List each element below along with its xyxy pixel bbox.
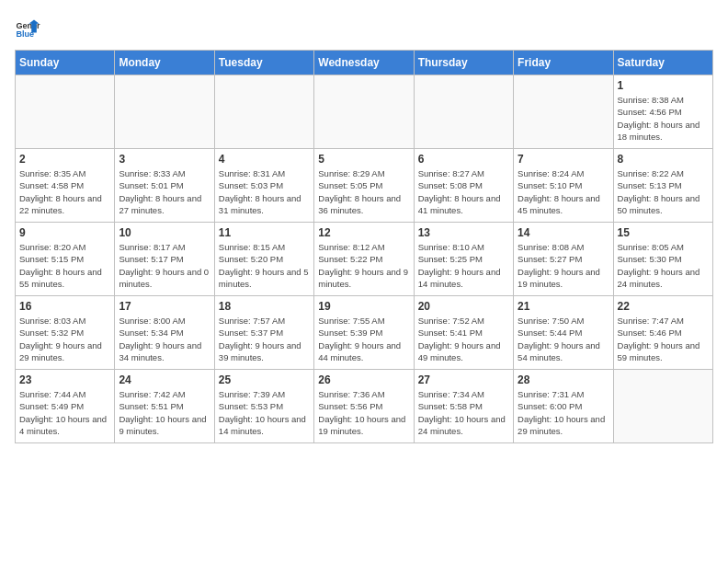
day-number: 8 <box>618 153 709 166</box>
day-cell: 16Sunrise: 8:03 AM Sunset: 5:32 PM Dayli… <box>16 296 115 370</box>
day-info: Sunrise: 8:29 AM Sunset: 5:05 PM Dayligh… <box>318 167 409 216</box>
day-number: 20 <box>418 300 509 313</box>
day-cell: 21Sunrise: 7:50 AM Sunset: 5:44 PM Dayli… <box>514 296 613 370</box>
day-info: Sunrise: 8:05 AM Sunset: 5:30 PM Dayligh… <box>618 241 709 290</box>
day-info: Sunrise: 8:24 AM Sunset: 5:10 PM Dayligh… <box>518 167 609 216</box>
day-number: 9 <box>19 226 110 239</box>
day-number: 15 <box>618 226 709 239</box>
day-number: 13 <box>418 226 509 239</box>
day-cell: 27Sunrise: 7:34 AM Sunset: 5:58 PM Dayli… <box>414 370 513 443</box>
day-info: Sunrise: 7:52 AM Sunset: 5:41 PM Dayligh… <box>418 315 509 363</box>
day-info: Sunrise: 7:34 AM Sunset: 5:58 PM Dayligh… <box>418 388 509 437</box>
day-info: Sunrise: 8:38 AM Sunset: 4:56 PM Dayligh… <box>618 94 709 143</box>
header: General Blue <box>15 15 713 40</box>
day-number: 24 <box>119 373 210 386</box>
day-number: 14 <box>518 226 609 239</box>
day-info: Sunrise: 7:50 AM Sunset: 5:44 PM Dayligh… <box>518 315 609 363</box>
day-number: 22 <box>618 300 709 313</box>
day-cell: 28Sunrise: 7:31 AM Sunset: 6:00 PM Dayli… <box>514 370 613 443</box>
day-info: Sunrise: 8:35 AM Sunset: 4:58 PM Dayligh… <box>19 167 110 216</box>
day-number: 5 <box>318 153 409 166</box>
day-cell: 10Sunrise: 8:17 AM Sunset: 5:17 PM Dayli… <box>115 223 214 296</box>
day-info: Sunrise: 8:27 AM Sunset: 5:08 PM Dayligh… <box>418 167 509 216</box>
day-cell <box>16 75 115 149</box>
day-number: 6 <box>418 153 509 166</box>
day-cell: 20Sunrise: 7:52 AM Sunset: 5:41 PM Dayli… <box>414 296 513 370</box>
day-cell: 22Sunrise: 7:47 AM Sunset: 5:46 PM Dayli… <box>613 296 712 370</box>
day-number: 28 <box>518 373 609 386</box>
week-row-3: 16Sunrise: 8:03 AM Sunset: 5:32 PM Dayli… <box>16 296 713 370</box>
day-cell: 4Sunrise: 8:31 AM Sunset: 5:03 PM Daylig… <box>214 149 313 223</box>
day-cell <box>514 75 613 149</box>
day-info: Sunrise: 8:03 AM Sunset: 5:32 PM Dayligh… <box>19 315 110 363</box>
day-info: Sunrise: 8:22 AM Sunset: 5:13 PM Dayligh… <box>618 167 709 216</box>
day-number: 16 <box>19 300 110 313</box>
col-header-sunday: Sunday <box>16 51 115 75</box>
day-number: 1 <box>618 79 709 92</box>
day-number: 4 <box>219 153 310 166</box>
day-info: Sunrise: 7:44 AM Sunset: 5:49 PM Dayligh… <box>19 388 110 437</box>
day-cell: 3Sunrise: 8:33 AM Sunset: 5:01 PM Daylig… <box>115 149 214 223</box>
day-number: 25 <box>219 373 310 386</box>
day-cell <box>115 75 214 149</box>
day-cell: 18Sunrise: 7:57 AM Sunset: 5:37 PM Dayli… <box>214 296 313 370</box>
logo-icon: General Blue <box>15 15 40 40</box>
col-header-friday: Friday <box>514 51 613 75</box>
day-info: Sunrise: 8:17 AM Sunset: 5:17 PM Dayligh… <box>119 241 210 290</box>
day-number: 26 <box>318 373 409 386</box>
day-info: Sunrise: 8:10 AM Sunset: 5:25 PM Dayligh… <box>418 241 509 290</box>
day-cell: 1Sunrise: 8:38 AM Sunset: 4:56 PM Daylig… <box>613 75 712 149</box>
week-row-4: 23Sunrise: 7:44 AM Sunset: 5:49 PM Dayli… <box>16 370 713 443</box>
day-info: Sunrise: 7:36 AM Sunset: 5:56 PM Dayligh… <box>318 388 409 437</box>
day-cell: 2Sunrise: 8:35 AM Sunset: 4:58 PM Daylig… <box>16 149 115 223</box>
day-cell: 25Sunrise: 7:39 AM Sunset: 5:53 PM Dayli… <box>214 370 313 443</box>
day-cell: 9Sunrise: 8:20 AM Sunset: 5:15 PM Daylig… <box>16 223 115 296</box>
day-info: Sunrise: 7:31 AM Sunset: 6:00 PM Dayligh… <box>518 388 609 437</box>
day-cell: 5Sunrise: 8:29 AM Sunset: 5:05 PM Daylig… <box>314 149 414 223</box>
day-cell: 13Sunrise: 8:10 AM Sunset: 5:25 PM Dayli… <box>414 223 513 296</box>
svg-text:Blue: Blue <box>16 29 34 39</box>
day-cell: 11Sunrise: 8:15 AM Sunset: 5:20 PM Dayli… <box>214 223 313 296</box>
day-number: 27 <box>418 373 509 386</box>
day-number: 17 <box>119 300 210 313</box>
day-cell: 26Sunrise: 7:36 AM Sunset: 5:56 PM Dayli… <box>314 370 414 443</box>
day-cell: 19Sunrise: 7:55 AM Sunset: 5:39 PM Dayli… <box>314 296 414 370</box>
col-header-monday: Monday <box>115 51 214 75</box>
col-header-tuesday: Tuesday <box>214 51 313 75</box>
day-cell: 7Sunrise: 8:24 AM Sunset: 5:10 PM Daylig… <box>514 149 613 223</box>
day-number: 7 <box>518 153 609 166</box>
day-cell: 17Sunrise: 8:00 AM Sunset: 5:34 PM Dayli… <box>115 296 214 370</box>
day-cell: 6Sunrise: 8:27 AM Sunset: 5:08 PM Daylig… <box>414 149 513 223</box>
week-row-1: 2Sunrise: 8:35 AM Sunset: 4:58 PM Daylig… <box>16 149 713 223</box>
day-cell: 23Sunrise: 7:44 AM Sunset: 5:49 PM Dayli… <box>16 370 115 443</box>
day-number: 23 <box>19 373 110 386</box>
day-cell: 15Sunrise: 8:05 AM Sunset: 5:30 PM Dayli… <box>613 223 712 296</box>
day-number: 3 <box>119 153 210 166</box>
col-header-saturday: Saturday <box>613 51 712 75</box>
day-info: Sunrise: 8:33 AM Sunset: 5:01 PM Dayligh… <box>119 167 210 216</box>
logo: General Blue <box>15 15 44 40</box>
day-number: 2 <box>19 153 110 166</box>
day-info: Sunrise: 8:00 AM Sunset: 5:34 PM Dayligh… <box>119 315 210 363</box>
day-cell: 8Sunrise: 8:22 AM Sunset: 5:13 PM Daylig… <box>613 149 712 223</box>
col-header-wednesday: Wednesday <box>314 51 414 75</box>
day-cell: 12Sunrise: 8:12 AM Sunset: 5:22 PM Dayli… <box>314 223 414 296</box>
day-info: Sunrise: 8:15 AM Sunset: 5:20 PM Dayligh… <box>219 241 310 290</box>
col-header-thursday: Thursday <box>414 51 513 75</box>
calendar-header-row: SundayMondayTuesdayWednesdayThursdayFrid… <box>16 51 713 75</box>
day-info: Sunrise: 8:20 AM Sunset: 5:15 PM Dayligh… <box>19 241 110 290</box>
week-row-2: 9Sunrise: 8:20 AM Sunset: 5:15 PM Daylig… <box>16 223 713 296</box>
day-cell <box>613 370 712 443</box>
week-row-0: 1Sunrise: 8:38 AM Sunset: 4:56 PM Daylig… <box>16 75 713 149</box>
day-cell: 14Sunrise: 8:08 AM Sunset: 5:27 PM Dayli… <box>514 223 613 296</box>
day-cell <box>314 75 414 149</box>
day-info: Sunrise: 8:31 AM Sunset: 5:03 PM Dayligh… <box>219 167 310 216</box>
day-number: 12 <box>318 226 409 239</box>
day-info: Sunrise: 8:12 AM Sunset: 5:22 PM Dayligh… <box>318 241 409 290</box>
day-info: Sunrise: 7:42 AM Sunset: 5:51 PM Dayligh… <box>119 388 210 437</box>
day-number: 11 <box>219 226 310 239</box>
day-info: Sunrise: 8:08 AM Sunset: 5:27 PM Dayligh… <box>518 241 609 290</box>
day-number: 19 <box>318 300 409 313</box>
day-number: 21 <box>518 300 609 313</box>
calendar: SundayMondayTuesdayWednesdayThursdayFrid… <box>15 50 713 443</box>
